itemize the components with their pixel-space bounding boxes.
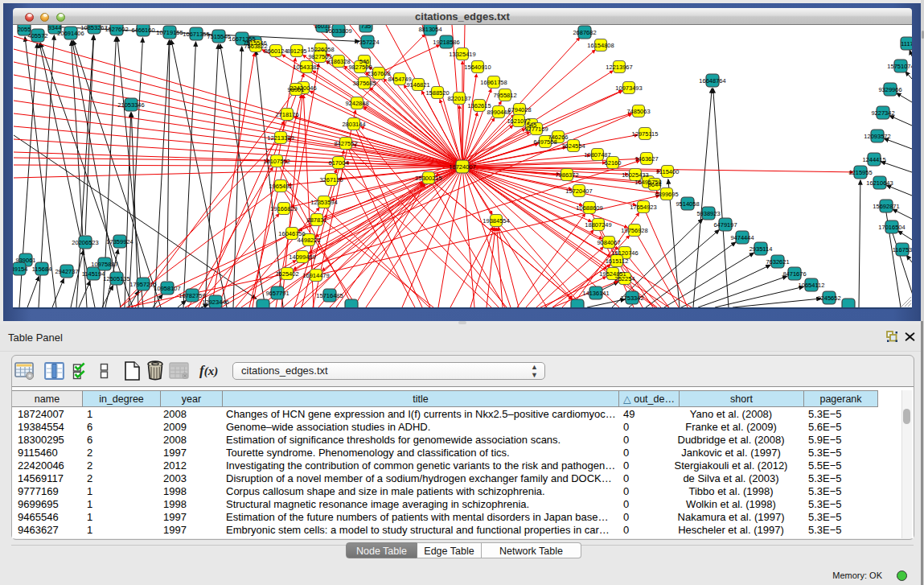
svg-text:2687682: 2687682 bbox=[573, 29, 596, 36]
svg-text:19384554: 19384554 bbox=[483, 217, 509, 225]
svg-text:10543382: 10543382 bbox=[293, 64, 319, 71]
svg-text:6497568: 6497568 bbox=[533, 138, 556, 146]
svg-text:8186328: 8186328 bbox=[326, 58, 350, 65]
svg-text:19756928: 19756928 bbox=[621, 227, 647, 234]
svg-text:19218586: 19218586 bbox=[433, 39, 459, 46]
svg-text:2803144: 2803144 bbox=[342, 121, 365, 128]
svg-text:13325419: 13325419 bbox=[449, 51, 475, 58]
svg-text:115684: 115684 bbox=[32, 266, 51, 273]
svg-text:116753: 116753 bbox=[893, 246, 912, 253]
svg-text:9777169: 9777169 bbox=[524, 126, 548, 133]
svg-text:16914479: 16914479 bbox=[302, 272, 329, 279]
svg-text:405572: 405572 bbox=[27, 32, 47, 39]
svg-text:1145194: 1145194 bbox=[82, 270, 105, 278]
svg-text:252254: 252254 bbox=[614, 275, 634, 282]
svg-text:16671355: 16671355 bbox=[183, 31, 209, 38]
svg-text:98901: 98901 bbox=[288, 86, 305, 93]
svg-text:9514058: 9514058 bbox=[676, 200, 699, 208]
svg-text:2367608: 2367608 bbox=[367, 70, 390, 77]
svg-text:12093572: 12093572 bbox=[864, 133, 890, 140]
svg-text:4498222: 4498222 bbox=[297, 237, 320, 244]
svg-text:617004: 617004 bbox=[328, 159, 348, 167]
svg-text:1753342: 1753342 bbox=[620, 295, 643, 302]
svg-text:9463627: 9463627 bbox=[634, 155, 658, 163]
svg-text:15720407: 15720407 bbox=[565, 187, 592, 195]
svg-text:10973493: 10973493 bbox=[615, 84, 642, 92]
svg-text:9115400: 9115400 bbox=[656, 168, 680, 175]
svg-text:9474444: 9474444 bbox=[730, 234, 754, 241]
svg-text:8471676: 8471676 bbox=[782, 270, 806, 278]
svg-text:9146821: 9146821 bbox=[406, 81, 429, 89]
svg-text:12975115: 12975115 bbox=[632, 130, 659, 138]
svg-text:2942737: 2942737 bbox=[55, 268, 78, 275]
svg-text:1588520: 1588520 bbox=[425, 89, 449, 97]
svg-text:10975887: 10975887 bbox=[91, 261, 117, 268]
svg-text:62160: 62160 bbox=[605, 159, 622, 167]
svg-text:16154808: 16154808 bbox=[587, 42, 614, 49]
svg-text:16961758: 16961758 bbox=[480, 79, 507, 86]
svg-text:10958107: 10958107 bbox=[154, 285, 180, 292]
svg-text:15716485: 15716485 bbox=[316, 292, 343, 299]
svg-text:16210643: 16210643 bbox=[866, 179, 893, 187]
svg-text:10853267: 10853267 bbox=[80, 25, 107, 31]
svg-text:3875685: 3875685 bbox=[352, 80, 376, 87]
svg-text:7485063: 7485063 bbox=[626, 108, 650, 115]
svg-text:12505135: 12505135 bbox=[103, 275, 129, 282]
svg-text:10719155: 10719155 bbox=[156, 29, 183, 36]
svg-text:939061: 939061 bbox=[15, 257, 35, 264]
svg-text:9657791: 9657791 bbox=[265, 290, 289, 297]
svg-text:8660124: 8660124 bbox=[264, 47, 287, 55]
svg-text:6479197: 6479197 bbox=[713, 221, 737, 229]
svg-text:9242848: 9242848 bbox=[345, 100, 368, 107]
svg-text:18724007: 18724007 bbox=[449, 163, 475, 171]
svg-text:9084067: 9084067 bbox=[597, 239, 620, 246]
svg-text:7515546: 7515546 bbox=[207, 33, 230, 40]
svg-text:1244415: 1244415 bbox=[862, 156, 885, 163]
svg-text:2718176: 2718176 bbox=[275, 111, 298, 118]
svg-text:6794028: 6794028 bbox=[507, 106, 531, 113]
svg-text:15692871: 15692871 bbox=[873, 203, 899, 210]
svg-text:1615112: 1615112 bbox=[606, 257, 629, 265]
svg-text:14099489: 14099489 bbox=[289, 253, 315, 261]
svg-text:8427552: 8427552 bbox=[334, 140, 357, 147]
svg-text:12213389: 12213389 bbox=[267, 134, 294, 142]
svg-text:10688609: 10688609 bbox=[576, 204, 602, 212]
svg-text:10025433: 10025433 bbox=[622, 171, 648, 179]
svg-text:7986372: 7986372 bbox=[555, 171, 578, 179]
svg-text:20206523: 20206523 bbox=[72, 239, 98, 246]
svg-text:8813054: 8813054 bbox=[418, 26, 441, 33]
svg-text:18807249: 18807249 bbox=[585, 221, 611, 229]
svg-text:25300215: 25300215 bbox=[415, 175, 441, 182]
svg-text:17957215: 17957215 bbox=[129, 281, 156, 288]
svg-text:12353594: 12353594 bbox=[310, 199, 337, 206]
svg-text:12213967: 12213967 bbox=[606, 64, 632, 71]
svg-text:3267130: 3267130 bbox=[319, 176, 343, 183]
svg-text:8220137: 8220137 bbox=[447, 95, 470, 102]
svg-text:19166829: 19166829 bbox=[270, 205, 297, 212]
svg-text:21053346: 21053346 bbox=[117, 101, 144, 109]
svg-text:5938923: 5938923 bbox=[696, 210, 720, 217]
svg-text:16033809: 16033809 bbox=[325, 27, 351, 35]
svg-text:15226058: 15226058 bbox=[307, 46, 334, 53]
svg-text:7357224: 7357224 bbox=[355, 39, 379, 46]
svg-text:6899695: 6899695 bbox=[655, 191, 678, 198]
svg-text:15751074: 15751074 bbox=[887, 63, 912, 70]
svg-text:17654923: 17654923 bbox=[630, 204, 656, 211]
svg-text:17359924: 17359924 bbox=[106, 238, 133, 245]
svg-text:1965492: 1965492 bbox=[269, 183, 292, 190]
svg-text:10807487: 10807487 bbox=[584, 151, 610, 159]
svg-text:1117: 1117 bbox=[901, 40, 912, 47]
svg-text:39154: 39154 bbox=[13, 266, 27, 273]
svg-text:15640910: 15640910 bbox=[464, 64, 491, 71]
svg-text:1527602: 1527602 bbox=[105, 26, 128, 33]
svg-text:7955812: 7955812 bbox=[493, 92, 516, 99]
svg-text:9227342: 9227342 bbox=[871, 109, 894, 117]
svg-text:9644: 9644 bbox=[648, 181, 662, 188]
svg-text:8990448: 8990448 bbox=[487, 109, 510, 116]
svg-text:16120746: 16120746 bbox=[611, 249, 638, 257]
svg-text:16648764: 16648764 bbox=[699, 77, 725, 84]
svg-text:735: 735 bbox=[361, 25, 372, 30]
svg-text:2935114: 2935114 bbox=[749, 245, 773, 253]
svg-text:14136141: 14136141 bbox=[582, 290, 609, 297]
svg-text:891295: 891295 bbox=[286, 47, 306, 55]
